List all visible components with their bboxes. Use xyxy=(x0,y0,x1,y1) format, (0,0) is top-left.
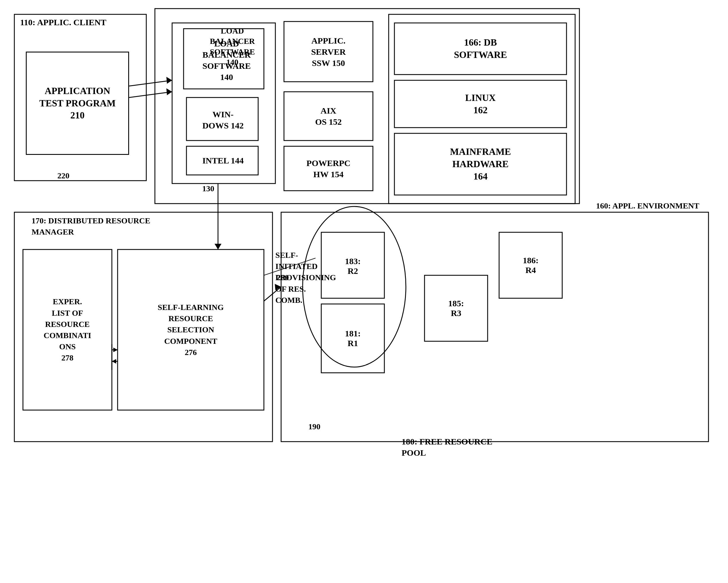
linux-box: LINUX162 xyxy=(396,82,565,126)
ref-220: 220 xyxy=(57,170,70,181)
r1-box: 181:R1 xyxy=(323,306,383,371)
exper-list-box: EXPER.LIST OFRESOURCECOMBINATIONS278 xyxy=(24,251,110,409)
svg-marker-32 xyxy=(113,348,118,352)
ref-280: 280 xyxy=(277,272,289,283)
applic-server-box: APPLIC.SERVERSSW 150 xyxy=(285,23,371,80)
appl-env-label: 160: APPL. ENVIRONMENT xyxy=(596,201,699,211)
self-learning-box: SELF-LEARNINGRESOURCESELECTIONCOMPONENT2… xyxy=(119,251,262,409)
free-pool-label: 180: FREE RESOURCEPOOL xyxy=(401,436,493,458)
diagram: 110: APPLIC. CLIENT APPLICATIONTEST PROG… xyxy=(0,0,728,583)
svg-marker-26 xyxy=(166,88,172,95)
powerpc-box: POWERPCHW 154 xyxy=(285,148,371,189)
mainframe-box: MAINFRAMEHARDWARE164 xyxy=(396,135,565,193)
ref-190: 190 xyxy=(308,422,320,432)
svg-line-23 xyxy=(129,80,172,86)
ref-130: 130 xyxy=(202,184,214,194)
app-test-program-box: APPLICATIONTEST PROGRAM210 xyxy=(26,52,129,155)
db-software-box: 166: DBSOFTWARE xyxy=(396,24,565,73)
aix-os-box: AIXOS 152 xyxy=(285,93,371,139)
r4-box: 186:R4 xyxy=(500,234,561,297)
windows-box: WIN-DOWS 142 xyxy=(188,99,258,140)
load-balancer-inner: LOADBALANCERSOFTWARE140 xyxy=(189,31,264,89)
drm-label: 170: DISTRIBUTED RESOURCEMANAGER xyxy=(31,215,150,237)
svg-line-25 xyxy=(129,92,172,98)
svg-marker-34 xyxy=(112,359,116,364)
svg-marker-28 xyxy=(214,244,222,249)
intel-box: INTEL 144 xyxy=(188,148,258,174)
applic-client-label: 110: APPLIC. CLIENT xyxy=(20,17,106,28)
svg-marker-24 xyxy=(166,77,172,84)
r3-box: 185:R3 xyxy=(426,277,486,340)
